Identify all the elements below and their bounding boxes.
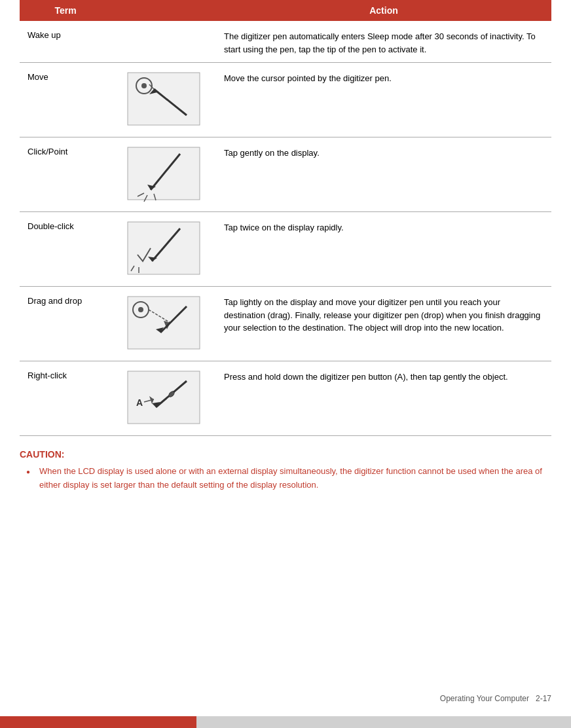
- table-row: Drag and drop Tap ligh: [20, 287, 551, 361]
- bottom-bar-accent: [0, 716, 196, 728]
- action-cell-drag: Tap lightly on the display and move your…: [216, 287, 551, 361]
- svg-point-19: [138, 307, 143, 312]
- caution-section: CAUTION: When the LCD display is used al…: [20, 449, 551, 492]
- action-cell-double-click: Tap twice on the display rapidly.: [216, 212, 551, 287]
- term-cell-right-click: Right-click: [20, 361, 111, 436]
- term-cell-click: Click/Point: [20, 137, 111, 212]
- svg-rect-17: [128, 297, 200, 349]
- image-cell-move: [111, 63, 216, 137]
- image-cell-wake-up: [111, 21, 216, 63]
- pen-illustration-drag: [124, 293, 203, 352]
- bottom-bar: [0, 716, 571, 728]
- pen-illustration-right-click: A: [124, 368, 203, 427]
- table-row: Click/Point Tap gently on the display.: [20, 137, 551, 212]
- table-row: Wake up The digitizer pen automatically …: [20, 21, 551, 63]
- digitizer-table: Term Action Wake up The digitizer pen au…: [20, 0, 551, 436]
- action-header: Action: [216, 0, 551, 21]
- term-cell-drag: Drag and drop: [20, 287, 111, 361]
- table-row: Move Move the cursor p: [20, 63, 551, 137]
- action-cell-move: Move the cursor pointed by the digitizer…: [216, 63, 551, 137]
- pen-illustration-click: [124, 144, 203, 203]
- action-cell-wake-up: The digitizer pen automatically enters S…: [216, 21, 551, 63]
- image-cell-double-click: [111, 212, 216, 287]
- pen-illustration-double-click: [124, 219, 203, 278]
- page-content: Term Action Wake up The digitizer pen au…: [0, 0, 571, 532]
- page-footer: Operating Your Computer 2-17: [440, 694, 551, 703]
- caution-item: When the LCD display is used alone or wi…: [26, 465, 551, 492]
- pen-illustration-move: [124, 69, 203, 128]
- action-cell-right-click: Press and hold down the digitizer pen bu…: [216, 361, 551, 436]
- table-row: Right-click A: [20, 361, 551, 436]
- footer-page: 2-17: [536, 694, 551, 703]
- caution-list: When the LCD display is used alone or wi…: [20, 465, 551, 492]
- term-cell-double-click: Double-click: [20, 212, 111, 287]
- svg-point-2: [141, 83, 147, 88]
- image-cell-right-click: A: [111, 361, 216, 436]
- term-cell-move: Move: [20, 63, 111, 137]
- image-cell-drag: [111, 287, 216, 361]
- term-header: Term: [20, 0, 111, 21]
- table-row: Double-click Tap twice on the display ra…: [20, 212, 551, 287]
- image-header: [111, 0, 216, 21]
- image-cell-click: [111, 137, 216, 212]
- footer-text: Operating Your Computer: [440, 694, 529, 703]
- caution-title: CAUTION:: [20, 449, 551, 460]
- term-cell-wake-up: Wake up: [20, 21, 111, 63]
- action-cell-click: Tap gently on the display.: [216, 137, 551, 212]
- bottom-bar-gray: [196, 716, 571, 728]
- svg-text:A: A: [136, 397, 143, 408]
